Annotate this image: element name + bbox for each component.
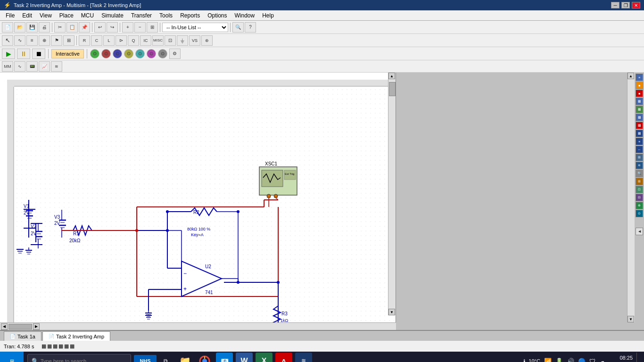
rt-btn-17[interactable]: ⊕ bbox=[636, 202, 643, 209]
pause-button[interactable]: ⏸ bbox=[17, 49, 30, 59]
menu-item-simulate[interactable]: Simulate bbox=[98, 11, 127, 20]
onedrive-icon[interactable]: ☁ bbox=[599, 358, 605, 362]
spectrum-btn[interactable]: ≋ bbox=[51, 61, 62, 72]
close-button[interactable]: ✕ bbox=[632, 2, 640, 8]
taskbar-chrome[interactable] bbox=[196, 353, 213, 362]
rt-btn-16[interactable]: ⊟ bbox=[636, 194, 643, 201]
menu-item-view[interactable]: View bbox=[36, 11, 56, 20]
show-desktop-button[interactable] bbox=[636, 353, 640, 362]
tab-task2[interactable]: 📄 Task 2 Inverting Amp bbox=[42, 331, 110, 341]
search-bar[interactable]: 🔍 Type here to search bbox=[27, 354, 131, 362]
fit-button[interactable]: ⊞ bbox=[147, 22, 158, 33]
menu-item-file[interactable]: File bbox=[2, 11, 18, 20]
interactive-button[interactable]: Interactive bbox=[51, 49, 84, 58]
restore-button[interactable]: ❐ bbox=[621, 2, 630, 8]
in-use-list-dropdown[interactable]: -- In-Use List -- bbox=[162, 23, 228, 32]
taskbar-acrobat[interactable]: A bbox=[275, 353, 292, 362]
menu-item-transfer[interactable]: Transfer bbox=[127, 11, 156, 20]
ni-icon-6[interactable]: ⊙ bbox=[147, 49, 156, 58]
clock-area[interactable]: 08:25 25/05/2023 bbox=[609, 354, 633, 362]
rt-btn-3[interactable]: ■ bbox=[636, 90, 643, 97]
new-button[interactable]: 📄 bbox=[2, 22, 13, 33]
ni-icon-3[interactable]: ⊙ bbox=[113, 49, 122, 58]
menu-item-window[interactable]: Window bbox=[231, 11, 259, 20]
rt-btn-12[interactable]: ≋ bbox=[636, 162, 643, 169]
help-button[interactable]: ? bbox=[245, 22, 256, 33]
start-button[interactable]: ⊞ bbox=[0, 352, 24, 362]
taskbar-outlook[interactable]: 📧 bbox=[216, 353, 233, 362]
tab-task1a[interactable]: 📄 Task 1a bbox=[4, 331, 41, 341]
rt-btn-15[interactable]: ⊡ bbox=[636, 186, 643, 193]
ni-icon-4[interactable]: ⊙ bbox=[124, 49, 133, 58]
menu-item-place[interactable]: Place bbox=[56, 11, 77, 20]
taskbar-multisim[interactable]: ≋ bbox=[295, 353, 312, 362]
copy-button[interactable]: 📋 bbox=[66, 22, 78, 33]
rt-btn-1[interactable]: ≡ bbox=[636, 74, 643, 81]
scroll-left-button[interactable]: ◀ bbox=[1, 323, 8, 330]
ni-icon-5[interactable]: ⊙ bbox=[135, 49, 145, 58]
rt-btn-6[interactable]: ▩ bbox=[636, 114, 643, 121]
taskbar-excel[interactable]: X bbox=[256, 353, 272, 362]
minimize-button[interactable]: ─ bbox=[611, 2, 619, 8]
scroll-up-button[interactable]: ▲ bbox=[388, 73, 395, 79]
horizontal-scrollbar[interactable]: ◀ ▶ bbox=[0, 322, 396, 330]
zoom-in-button[interactable]: + bbox=[122, 22, 133, 33]
zoom-out-button[interactable]: − bbox=[134, 22, 146, 33]
rt-btn-11[interactable]: ⊞ bbox=[636, 154, 643, 161]
network-icon[interactable]: 📶 bbox=[544, 358, 552, 362]
open-button[interactable]: 📂 bbox=[14, 22, 25, 33]
rt-btn-9[interactable]: ≡ bbox=[636, 138, 643, 145]
resistor-tool[interactable]: R bbox=[79, 35, 90, 46]
component-tool[interactable]: ⊞ bbox=[63, 35, 74, 46]
rt-btn-7[interactable]: ▩ bbox=[636, 122, 643, 129]
save-button[interactable]: 💾 bbox=[26, 22, 38, 33]
scroll-right-button[interactable]: ▶ bbox=[33, 323, 40, 330]
bus-tool[interactable]: ≡ bbox=[26, 35, 38, 46]
menu-item-edit[interactable]: Edit bbox=[18, 11, 36, 20]
rt-btn-5[interactable]: ▦ bbox=[636, 106, 643, 113]
power-tool[interactable]: ⊡ bbox=[165, 35, 176, 46]
right-scroll-up[interactable]: ▲ bbox=[627, 73, 634, 79]
junction-tool[interactable]: ⊕ bbox=[39, 35, 50, 46]
menu-item-options[interactable]: Options bbox=[204, 11, 231, 20]
paste-button[interactable]: 📌 bbox=[79, 22, 90, 33]
rt-btn-10[interactable]: ↔ bbox=[636, 146, 643, 153]
right-scroll-down[interactable]: ▼ bbox=[627, 316, 634, 322]
vertical-scrollbar[interactable]: ▲ ▼ bbox=[388, 73, 396, 315]
menu-item-help[interactable]: Help bbox=[258, 11, 278, 20]
bode-btn[interactable]: 📈 bbox=[39, 61, 50, 72]
taskbar-word[interactable]: W bbox=[236, 353, 253, 362]
diode-tool[interactable]: ⊳ bbox=[116, 35, 127, 46]
run-button[interactable]: ▶ bbox=[2, 49, 15, 59]
battery-icon[interactable]: 🔋 bbox=[555, 358, 563, 362]
inductor-tool[interactable]: L bbox=[103, 35, 115, 46]
rt-expand-btn[interactable]: ◀ bbox=[636, 228, 643, 235]
right-vscrollbar[interactable]: ▲ ▼ bbox=[627, 73, 635, 322]
rt-btn-13[interactable]: 🔍 bbox=[636, 170, 643, 177]
h-scroll-thumb[interactable] bbox=[8, 324, 32, 329]
net-flag-tool[interactable]: ⚑ bbox=[51, 35, 62, 46]
ground-tool[interactable]: ⏚ bbox=[177, 35, 188, 46]
rt-btn-2[interactable]: ■ bbox=[636, 82, 643, 89]
misc-tool[interactable]: MISC bbox=[152, 35, 164, 46]
scroll-down-button[interactable]: ▼ bbox=[388, 309, 395, 315]
menu-item-tools[interactable]: Tools bbox=[156, 11, 176, 20]
select-tool[interactable]: ↖ bbox=[2, 35, 13, 46]
ic-tool[interactable]: IC bbox=[140, 35, 151, 46]
func-gen-btn[interactable]: ∿ bbox=[14, 61, 25, 72]
search-button[interactable]: 🔍 bbox=[232, 22, 244, 33]
redo-button[interactable]: ↪ bbox=[107, 22, 118, 33]
sound-icon[interactable]: 🔊 bbox=[567, 358, 574, 362]
scroll-thumb[interactable] bbox=[389, 82, 396, 96]
capacitor-tool[interactable]: C bbox=[91, 35, 102, 46]
ni-settings[interactable]: ⚙ bbox=[169, 49, 181, 59]
ni-icon-7[interactable]: ⊙ bbox=[158, 49, 167, 58]
taskbar-explorer[interactable]: 📁 bbox=[176, 353, 193, 362]
antivirus-icon[interactable]: 🛡 bbox=[589, 358, 595, 362]
oscilloscope-btn[interactable]: 📟 bbox=[26, 61, 38, 72]
cut-button[interactable]: ✂ bbox=[54, 22, 66, 33]
wire-tool[interactable]: ∿ bbox=[14, 35, 25, 46]
stop-button[interactable]: ⏹ bbox=[32, 49, 45, 59]
rt-btn-14[interactable]: ⊞ bbox=[636, 178, 643, 185]
menu-item-mcu[interactable]: MCU bbox=[77, 11, 98, 20]
